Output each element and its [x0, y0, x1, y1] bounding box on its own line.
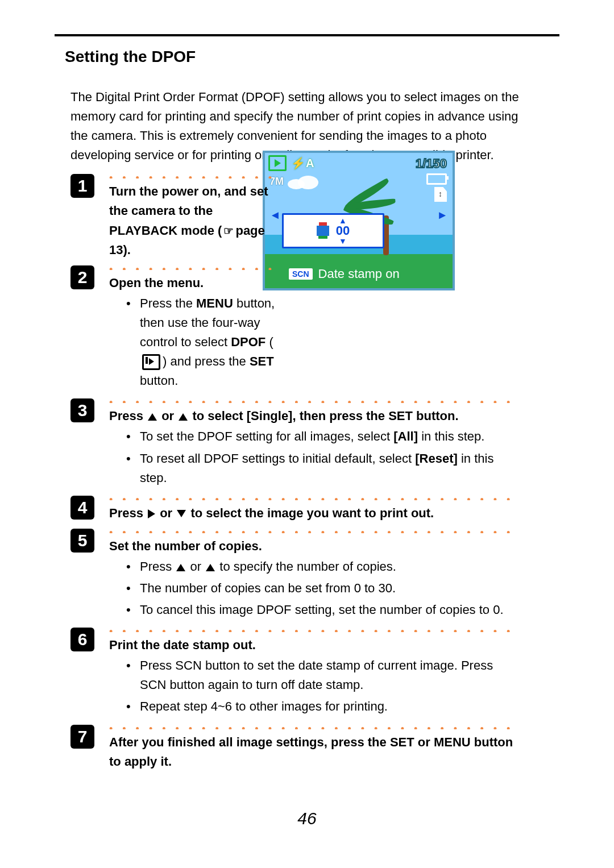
step-badge: 3 — [70, 398, 94, 422]
step-bullet: To set the DPOF setting for all images, … — [126, 427, 518, 446]
step-heading: Print the date stamp out. — [109, 636, 518, 655]
step-3: 3 • • • • • • • • • • • • • • • • • • • … — [70, 393, 559, 489]
up-triangle-icon — [176, 564, 185, 571]
step-bullet: Press the MENU button, then use the four… — [126, 294, 280, 391]
step-badge: 7 — [70, 725, 94, 749]
section-title: Setting the DPOF — [65, 48, 559, 66]
step-2: 2 • • • • • • • • • • • • • • • • • • • … — [70, 260, 559, 393]
up-triangle-icon — [179, 413, 188, 421]
step-badge: 5 — [70, 529, 94, 553]
step-7: 7 • • • • • • • • • • • • • • • • • • • … — [70, 719, 559, 771]
step-badge: 4 — [70, 496, 94, 520]
page-number: 46 — [0, 809, 614, 828]
divider-dots: • • • • • • • • • • • • • • • • • • • • … — [109, 395, 518, 403]
step-5: 5 • • • • • • • • • • • • • • • • • • • … — [70, 523, 559, 622]
page-ref-icon: ☞ — [223, 222, 234, 240]
step-heading: Turn the power on, and set the camera to… — [109, 182, 280, 259]
step-badge: 2 — [70, 265, 94, 289]
step-heading: Set the number of copies. — [109, 537, 518, 556]
step-bullet: The number of copies can be set from 0 t… — [126, 579, 518, 598]
divider-dots: • • • • • • • • • • • • • • • • • • • • … — [109, 262, 280, 270]
step-bullet: To reset all DPOF settings to initial de… — [126, 449, 518, 488]
up-triangle-icon — [148, 413, 157, 421]
divider-dots: • • • • • • • • • • • • • • • • • • • • … — [109, 171, 280, 178]
step-bullet: Repeat step 4~6 to other images for prin… — [126, 697, 518, 716]
up-triangle-icon — [206, 564, 215, 571]
step-heading: Open the menu. — [109, 273, 280, 293]
step-bullet: Press or to specify the number of copies… — [126, 557, 518, 576]
divider-dots: • • • • • • • • • • • • • • • • • • • • … — [109, 492, 518, 500]
divider-dots: • • • • • • • • • • • • • • • • • • • • … — [109, 721, 518, 729]
down-triangle-icon — [177, 510, 186, 517]
step-6: 6 • • • • • • • • • • • • • • • • • • • … — [70, 622, 559, 719]
divider-dots: • • • • • • • • • • • • • • • • • • • • … — [109, 624, 518, 632]
dpof-icon — [142, 354, 160, 370]
divider-dots: • • • • • • • • • • • • • • • • • • • • … — [109, 525, 518, 533]
step-1: 1 • • • • • • • • • • • • • • • • • • • … — [70, 168, 559, 259]
step-badge: 6 — [70, 628, 94, 651]
step-heading: Press or to select the image you want to… — [109, 504, 518, 523]
step-bullet: To cancel this image DPOF setting, set t… — [126, 600, 518, 620]
step-badge: 1 — [70, 174, 94, 198]
horizontal-rule — [55, 34, 559, 36]
step-bullet: Press SCN button to set the date stamp o… — [126, 656, 518, 695]
right-triangle-icon — [148, 509, 155, 518]
step-heading: After you finished all image settings, p… — [109, 733, 518, 771]
step-heading: Press or to select [Single], then press … — [109, 406, 518, 426]
step-4: 4 • • • • • • • • • • • • • • • • • • • … — [70, 490, 559, 523]
